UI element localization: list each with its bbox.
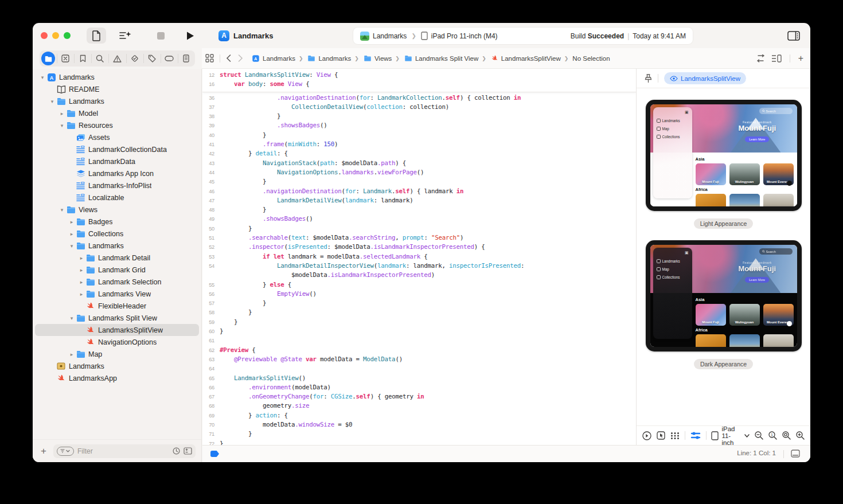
live-preview-icon[interactable]: [642, 431, 651, 440]
code-line[interactable]: 37 CollectionDetailView(collection: coll…: [202, 103, 636, 112]
code-line[interactable]: 39 .showsBadges(): [202, 121, 636, 130]
code-line[interactable]: 60}: [202, 327, 636, 336]
file-tree-row[interactable]: LandmarksApp: [33, 372, 201, 384]
forward-button[interactable]: [238, 54, 243, 62]
file-tree-row[interactable]: Landmarks: [33, 360, 201, 372]
code-line[interactable]: 68 geometry.size: [202, 401, 636, 411]
breadcrumb-item[interactable]: Landmarks Split View❯: [404, 54, 487, 62]
minimap-icon[interactable]: [771, 54, 782, 62]
inspector-toggle-button[interactable]: [785, 28, 802, 44]
stop-button[interactable]: [151, 28, 170, 44]
code-line[interactable]: 65 LandmarksSplitView(): [202, 374, 636, 383]
code-line[interactable]: 51 .searchable(text: $modelData.searchSt…: [202, 233, 636, 243]
navigator-tab-warning[interactable]: [108, 50, 126, 67]
file-tree-row[interactable]: ▾ALandmarks: [33, 71, 201, 83]
file-tree-row[interactable]: ▸Landmarks View: [33, 288, 201, 300]
ipad-preview-light[interactable]: SearchFeatured LandmarkMount FujiLearn M…: [646, 100, 802, 211]
code-line[interactable]: 66 .environment(modelData): [202, 383, 636, 392]
file-tree-row[interactable]: ▾Landmarks: [33, 95, 201, 107]
file-tree-row[interactable]: ▸Collections: [33, 228, 201, 240]
code-line[interactable]: 70 modelData.windowSize = $0: [202, 420, 636, 429]
activity-status[interactable]: Build Succeeded|Today at 9:41 AM: [571, 32, 686, 40]
add-file-button[interactable]: +: [38, 446, 49, 457]
file-tree-row[interactable]: Landmarks-InfoPlist: [33, 179, 201, 192]
code-line[interactable]: 72}: [202, 439, 636, 445]
navigator-tab-search[interactable]: [91, 50, 108, 67]
source-control-filter-icon[interactable]: [184, 447, 192, 455]
file-tree-row[interactable]: ▸Model: [33, 107, 201, 119]
run-destination[interactable]: iPad Pro 11-inch (M4): [431, 32, 498, 40]
navigator-tab-diamond-check[interactable]: [126, 50, 143, 67]
run-button[interactable]: [181, 28, 200, 44]
code-line[interactable]: 41 .frame(minWidth: 150): [202, 140, 636, 149]
device-settings-icon[interactable]: [690, 431, 701, 440]
breadcrumb-item[interactable]: No Selection: [572, 55, 610, 62]
file-tree-row[interactable]: ▾Resources: [33, 119, 201, 131]
breadcrumb-item[interactable]: LandmarksSplitView❯: [490, 54, 570, 62]
file-tree-row[interactable]: ▸Badges: [33, 216, 201, 228]
scheme-name[interactable]: Landmarks: [373, 32, 407, 40]
code-line[interactable]: $modelData.isLandmarkInspectorPresented): [202, 271, 636, 280]
navigator-tab-capsule[interactable]: [161, 50, 178, 67]
file-tree-row[interactable]: ▸Map: [33, 348, 201, 360]
scheme-selector[interactable]: Landmarks ❯ iPad Pro 11-inch (M4) Build …: [353, 27, 693, 45]
code-line[interactable]: 36 .navigationDestination(for: LandmarkC…: [202, 93, 636, 103]
breadcrumb-item[interactable]: Landmarks❯: [307, 54, 360, 62]
code-line[interactable]: 55 } else {: [202, 280, 636, 290]
code-line[interactable]: 46 .navigationDestination(for: Landmark.…: [202, 187, 636, 196]
zoom-fit-icon[interactable]: [782, 431, 791, 440]
variants-grid-icon[interactable]: [670, 432, 680, 439]
code-line[interactable]: 71 }: [202, 429, 636, 439]
add-editor-icon[interactable]: +: [798, 53, 803, 64]
navigator-tab-close-box[interactable]: [57, 50, 74, 67]
filter-field[interactable]: Filter: [53, 444, 196, 458]
code-line[interactable]: 12struct LandmarksSplitView: View {: [202, 71, 636, 80]
file-tree-row[interactable]: Landmarks App Icon: [33, 167, 201, 179]
breadcrumb-item[interactable]: ALandmarks❯: [251, 54, 304, 63]
code-line[interactable]: 40 }: [202, 131, 636, 140]
ipad-preview-dark[interactable]: SearchFeatured LandmarkMount FujiLearn M…: [646, 240, 802, 351]
file-tree-row[interactable]: NavigationOptions: [33, 336, 201, 348]
code-review-icon[interactable]: [756, 54, 766, 62]
file-tree-row[interactable]: ▾Views: [33, 204, 201, 216]
code-line[interactable]: 47 LandmarkDetailView(landmark: landmark…: [202, 196, 636, 205]
code-line[interactable]: 52 .inspector(isPresented: $modelData.is…: [202, 243, 636, 252]
code-line[interactable]: 69 } action: {: [202, 411, 636, 420]
code-line[interactable]: 44 NavigationOptions.landmarks.viewForPa…: [202, 168, 636, 177]
file-tree-row[interactable]: ▸Landmark Detail: [33, 252, 201, 264]
canvas-scroll-area[interactable]: SearchFeatured LandmarkMount FujiLearn M…: [637, 88, 810, 425]
file-tree-row[interactable]: ▸Landmark Grid: [33, 264, 201, 276]
navigator-tab-folder[interactable]: [40, 50, 57, 67]
code-line[interactable]: 49 .showsBadges(): [202, 214, 636, 224]
code-line[interactable]: 43 NavigationStack(path: $modelData.path…: [202, 159, 636, 168]
navigator-tab-tag[interactable]: [143, 50, 161, 67]
file-tree-row[interactable]: LandmarkData: [33, 155, 201, 167]
file-tree-row[interactable]: Localizable: [33, 192, 201, 204]
recents-icon[interactable]: [173, 447, 180, 455]
code-line[interactable]: 62#Preview {: [202, 346, 636, 355]
code-line[interactable]: 38 }: [202, 112, 636, 121]
code-line[interactable]: 45 }: [202, 177, 636, 186]
breadcrumb-item[interactable]: Views❯: [363, 54, 401, 62]
navigator-tab-bookmark[interactable]: [74, 50, 91, 67]
file-tree-row[interactable]: README: [33, 83, 201, 95]
code-line[interactable]: 61: [202, 336, 636, 345]
file-tree-row[interactable]: LandmarkCollectionData: [33, 143, 201, 155]
code-line[interactable]: 42 } detail: {: [202, 149, 636, 158]
file-tree-row[interactable]: ▾Landmarks: [33, 240, 201, 252]
close-button[interactable]: [41, 32, 48, 39]
code-line[interactable]: 59 }: [202, 318, 636, 327]
code-line[interactable]: 48 }: [202, 205, 636, 214]
file-tree-row[interactable]: FlexibleHeader: [33, 300, 201, 312]
zoom-100-icon[interactable]: 1: [768, 431, 777, 440]
zoom-in-icon[interactable]: [796, 431, 805, 440]
navigator-tab-report[interactable]: [178, 50, 195, 67]
pin-icon[interactable]: [645, 74, 652, 83]
minimize-button[interactable]: [52, 32, 59, 39]
breakpoint-tag-icon[interactable]: [210, 451, 219, 457]
show-document-items-button[interactable]: [87, 28, 106, 44]
code-line[interactable]: 63 @Previewable @State var modelData = M…: [202, 355, 636, 364]
code-line[interactable]: 50 }: [202, 224, 636, 233]
preview-target-pill[interactable]: LandmarksSplitView: [664, 72, 746, 84]
code-line[interactable]: 54 LandmarkDetailInspectorView(landmark:…: [202, 261, 636, 271]
